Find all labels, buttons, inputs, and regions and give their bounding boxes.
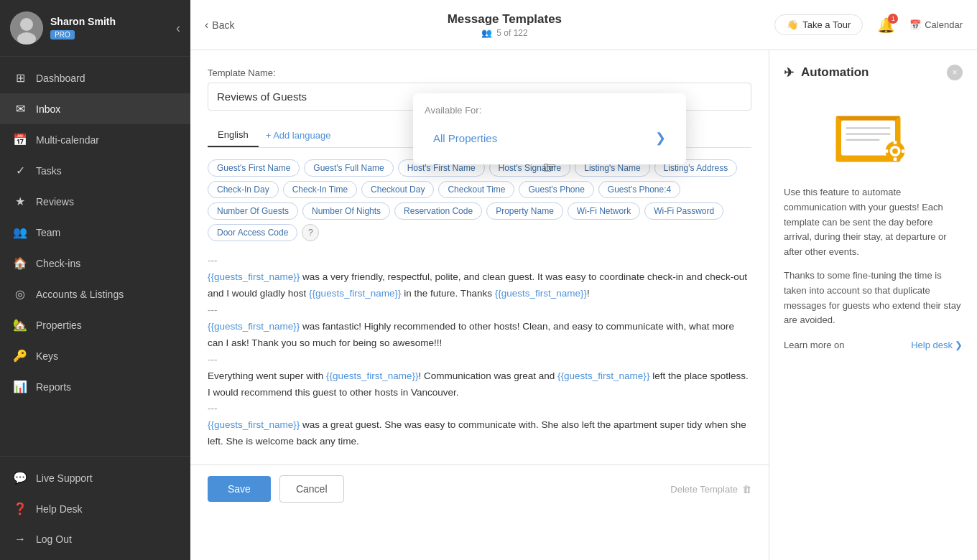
inbox-icon: ✉: [13, 102, 27, 116]
sidebar-item-inbox[interactable]: ✉ Inbox: [0, 93, 190, 124]
sep-1: ---: [208, 253, 751, 269]
all-properties-text: All Properties: [433, 132, 497, 144]
sidebar-item-label: Reviews: [36, 196, 74, 207]
delete-icon: 🗑: [742, 484, 751, 495]
chip-number-of-nights[interactable]: Number Of Nights: [302, 202, 390, 220]
take-tour-button[interactable]: 👋 Take a Tour: [774, 14, 863, 35]
text-para-1: {{guests_first_name}} was a very friendl…: [208, 269, 751, 302]
save-button[interactable]: Save: [208, 476, 271, 502]
help-desk-link[interactable]: Help desk ❯: [911, 340, 963, 350]
sidebar-item-label: Accounts & Listings: [36, 289, 124, 300]
cancel-button[interactable]: Cancel: [279, 475, 344, 503]
notif-badge: 1: [888, 14, 898, 24]
sidebar-item-label: Tasks: [36, 165, 62, 177]
chip-check-in-day[interactable]: Check-In Day: [208, 181, 279, 198]
chip-property-name[interactable]: Property Name: [486, 202, 563, 220]
sidebar-item-dashboard[interactable]: ⊞ Dashboard: [0, 62, 190, 93]
sidebar-item-tasks[interactable]: ✓ Tasks: [0, 155, 190, 186]
add-language-button[interactable]: + Add language: [259, 124, 338, 146]
available-for-label: Available For:: [425, 105, 675, 116]
sidebar-item-help-desk[interactable]: ❓ Help Desk: [0, 493, 190, 524]
available-for-dropdown[interactable]: Available For: All Properties ❯ ☞: [413, 93, 686, 164]
tasks-icon: ✓: [13, 164, 27, 177]
var-5: {{guests_first_name}}: [326, 370, 418, 381]
chip-door-access-code[interactable]: Door Access Code: [208, 224, 297, 241]
automation-title: ✈ Automation: [784, 65, 869, 80]
chip-wifi-network[interactable]: Wi-Fi Network: [568, 202, 640, 220]
chip-guests-phone4[interactable]: Guest's Phone:4: [598, 181, 680, 198]
var-7: {{guests_first_name}}: [208, 419, 300, 430]
chip-checkout-day[interactable]: Checkout Day: [361, 181, 434, 198]
reports-icon: 📊: [13, 380, 27, 393]
chip-check-in-time[interactable]: Check-In Time: [283, 181, 357, 198]
sidebar-item-accounts-listings[interactable]: ◎ Accounts & Listings: [0, 279, 190, 309]
help-link-row: Learn more on Help desk ❯: [784, 340, 963, 350]
help-desk-link-text: Help desk: [911, 340, 953, 350]
sidebar-item-label: Reports: [36, 381, 71, 393]
chip-guests-first-name[interactable]: Guest's First Name: [208, 159, 300, 177]
accounts-icon: ◎: [13, 287, 27, 301]
automation-description: Use this feature to automate communicati…: [784, 185, 963, 260]
chip-wifi-password[interactable]: Wi-Fi Password: [644, 202, 723, 220]
sidebar-bottom: 💬 Live Support ❓ Help Desk → Log Out: [0, 456, 190, 560]
sidebar-item-team[interactable]: 👥 Team: [0, 217, 190, 248]
tab-english[interactable]: English: [208, 123, 259, 147]
user-info: Sharon Smith PRO: [50, 16, 116, 40]
automation-panel: ✈ Automation ×: [769, 50, 977, 560]
sidebar-user: Sharon Smith PRO: [10, 11, 116, 45]
support-icon: 💬: [13, 471, 27, 485]
sidebar-item-label: Inbox: [36, 103, 60, 115]
sidebar-item-label: Team: [36, 227, 60, 238]
collapse-button[interactable]: ‹: [176, 21, 180, 36]
content-area: Template Name: English + Add language Gu…: [190, 50, 977, 560]
user-badge: PRO: [50, 30, 75, 39]
automation-header: ✈ Automation ×: [784, 65, 963, 80]
chip-number-of-guests[interactable]: Number Of Guests: [208, 202, 298, 220]
sep-2: ---: [208, 302, 751, 319]
option-chevron-icon: ❯: [655, 130, 666, 146]
help-icon: ❓: [13, 502, 27, 515]
sidebar-item-properties[interactable]: 🏡 Properties: [0, 309, 190, 340]
sep-3: ---: [208, 352, 751, 368]
sidebar-item-label: Log Out: [36, 533, 72, 545]
dashboard-icon: ⊞: [13, 71, 27, 85]
back-label: Back: [212, 19, 234, 31]
user-name: Sharon Smith: [50, 16, 116, 27]
text-para-2: {{guests_first_name}} was fantastic! Hig…: [208, 319, 751, 352]
back-button[interactable]: ‹ Back: [205, 19, 234, 32]
sidebar-item-multi-calendar[interactable]: 📅 Multi-calendar: [0, 124, 190, 155]
sidebar-item-live-support[interactable]: 💬 Live Support: [0, 462, 190, 493]
keys-icon: 🔑: [13, 349, 27, 363]
chip-guests-phone[interactable]: Guest's Phone: [519, 181, 593, 198]
sidebar-item-keys[interactable]: 🔑 Keys: [0, 340, 190, 371]
chip-checkout-time[interactable]: Checkout Time: [438, 181, 514, 198]
back-chevron-icon: ‹: [205, 19, 208, 32]
notification-button[interactable]: 🔔 1: [877, 17, 895, 34]
var-6: {{guests_first_name}}: [557, 370, 649, 381]
svg-rect-15: [902, 149, 905, 153]
text-para-4: {{guests_first_name}} was a great guest.…: [208, 417, 751, 450]
template-text: --- {{guests_first_name}} was a very fri…: [208, 253, 751, 450]
form-panel: Template Name: English + Add language Gu…: [190, 50, 769, 560]
help-chip[interactable]: ?: [302, 224, 319, 241]
automation-title-text: Automation: [801, 65, 869, 80]
sidebar-item-check-ins[interactable]: 🏠 Check-ins: [0, 248, 190, 279]
delete-template-button[interactable]: Delete Template 🗑: [670, 484, 751, 495]
calendar-button[interactable]: 📅 Calendar: [909, 19, 963, 30]
sidebar-item-log-out[interactable]: → Log Out: [0, 524, 190, 554]
all-properties-option[interactable]: All Properties ❯: [425, 123, 675, 153]
sidebar-item-label: Live Support: [36, 472, 93, 484]
bottom-bar: Save Cancel Delete Template 🗑: [190, 465, 769, 513]
var-1: {{guests_first_name}}: [208, 271, 300, 282]
sidebar-header: Sharon Smith PRO ‹: [0, 0, 190, 57]
automation-close-button[interactable]: ×: [947, 65, 963, 80]
chip-guests-full-name[interactable]: Guest's Full Name: [304, 159, 393, 177]
topbar-center: Message Templates 👥 5 of 122: [246, 12, 763, 38]
topbar: ‹ Back Message Templates 👥 5 of 122 👋 Ta…: [190, 0, 977, 50]
sidebar-item-reports[interactable]: 📊 Reports: [0, 371, 190, 402]
chip-reservation-code[interactable]: Reservation Code: [394, 202, 482, 220]
sidebar-item-reviews[interactable]: ★ Reviews: [0, 186, 190, 217]
sidebar-item-label: Dashboard: [36, 73, 85, 84]
svg-rect-14: [884, 149, 888, 153]
sep-4: ---: [208, 401, 751, 417]
